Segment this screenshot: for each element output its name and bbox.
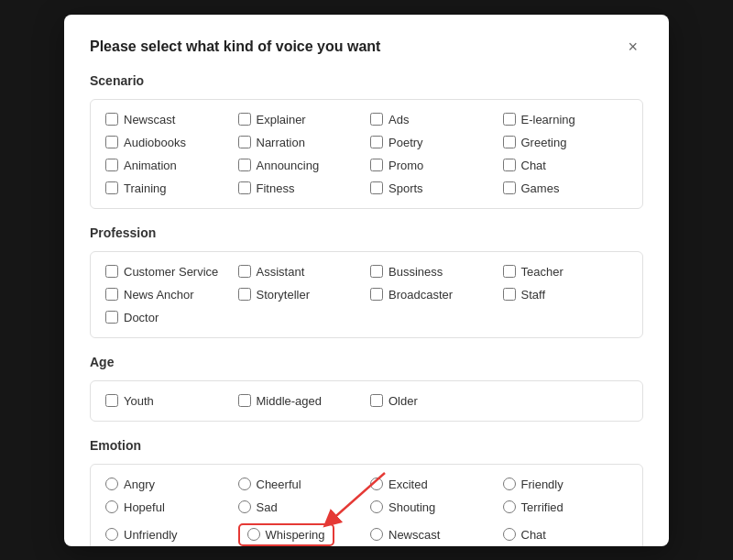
list-item[interactable]: Friendly: [503, 478, 629, 491]
list-item[interactable]: Promo: [370, 159, 496, 172]
age-title: Age: [90, 355, 643, 369]
list-item[interactable]: Bussiness: [370, 265, 496, 279]
modal-header: Please select what kind of voice you wan…: [90, 37, 643, 57]
list-item[interactable]: Announcing: [238, 159, 364, 172]
emotion-title: Emotion: [90, 438, 643, 453]
list-item[interactable]: Doctor: [105, 311, 231, 324]
list-item[interactable]: Training: [105, 181, 231, 195]
list-item[interactable]: Broadcaster: [370, 288, 496, 302]
age-section: Age Youth Middle-aged Older: [90, 355, 643, 422]
emotion-box: Angry Cheerful Excited Friendly Hopeful …: [90, 464, 643, 546]
list-item[interactable]: Excited: [370, 478, 496, 491]
list-item[interactable]: News Anchor: [105, 288, 231, 302]
voice-filter-modal: Please select what kind of voice you wan…: [64, 15, 669, 546]
list-item[interactable]: Newscast: [370, 523, 496, 546]
profession-box: Customer Service Assistant Bussiness Tea…: [90, 251, 643, 338]
profession-title: Profession: [90, 225, 643, 240]
modal-title: Please select what kind of voice you wan…: [90, 38, 380, 55]
scenario-box: Newscast Explainer Ads E-learning Audiob…: [90, 99, 643, 209]
list-item[interactable]: Games: [503, 181, 629, 195]
list-item[interactable]: Youth: [105, 394, 231, 408]
list-item[interactable]: Greeting: [503, 136, 629, 149]
list-item[interactable]: Storyteller: [238, 288, 364, 302]
profession-grid: Customer Service Assistant Bussiness Tea…: [105, 265, 628, 324]
list-item[interactable]: Newscast: [105, 113, 231, 126]
list-item[interactable]: Terrified: [503, 500, 629, 514]
profession-section: Profession Customer Service Assistant Bu…: [90, 225, 643, 338]
list-item[interactable]: Cheerful: [238, 478, 364, 491]
age-box: Youth Middle-aged Older: [90, 380, 643, 422]
list-item[interactable]: Hopeful: [105, 500, 231, 514]
list-item[interactable]: Explainer: [238, 113, 364, 126]
list-item[interactable]: E-learning: [503, 113, 629, 126]
age-grid: Youth Middle-aged Older: [105, 394, 628, 408]
list-item[interactable]: Ads: [370, 113, 496, 126]
scenario-grid: Newscast Explainer Ads E-learning Audiob…: [105, 113, 628, 195]
list-item[interactable]: Chat: [503, 159, 629, 172]
list-item[interactable]: Chat: [503, 523, 629, 546]
whispering-option[interactable]: Whispering: [238, 523, 364, 546]
list-item[interactable]: Teacher: [503, 265, 629, 279]
list-item[interactable]: Customer Service: [105, 265, 231, 279]
list-item[interactable]: Animation: [105, 159, 231, 172]
scenario-title: Scenario: [90, 73, 643, 88]
list-item[interactable]: Sports: [370, 181, 496, 195]
scenario-section: Scenario Newscast Explainer Ads E-learni…: [90, 73, 643, 209]
list-item[interactable]: Unfriendly: [105, 523, 231, 546]
list-item[interactable]: Fitness: [238, 181, 364, 195]
emotion-section: Emotion Angry Cheerful Excited Friendly …: [90, 438, 643, 546]
list-item[interactable]: Angry: [105, 478, 231, 491]
list-item[interactable]: Staff: [503, 288, 629, 302]
list-item[interactable]: Audiobooks: [105, 136, 231, 149]
close-button[interactable]: ×: [622, 37, 643, 57]
list-item[interactable]: Narration: [238, 136, 364, 149]
list-item[interactable]: Sad: [238, 500, 364, 514]
emotion-grid: Angry Cheerful Excited Friendly Hopeful …: [105, 478, 628, 546]
list-item[interactable]: Shouting: [370, 500, 496, 514]
list-item[interactable]: Middle-aged: [238, 394, 364, 408]
list-item[interactable]: Assistant: [238, 265, 364, 279]
list-item[interactable]: Older: [370, 394, 496, 408]
list-item[interactable]: Poetry: [370, 136, 496, 149]
